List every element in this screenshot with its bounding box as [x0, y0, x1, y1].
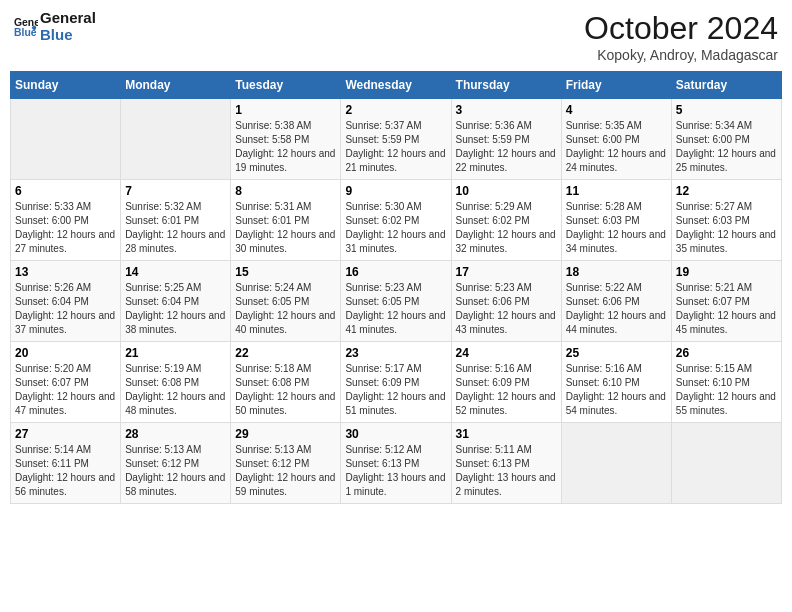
calendar-cell: 27Sunrise: 5:14 AMSunset: 6:11 PMDayligh… [11, 423, 121, 504]
location-subtitle: Kopoky, Androy, Madagascar [584, 47, 778, 63]
day-info: Sunrise: 5:32 AMSunset: 6:01 PMDaylight:… [125, 200, 226, 256]
calendar-cell [561, 423, 671, 504]
day-number: 10 [456, 184, 557, 198]
calendar-cell: 3Sunrise: 5:36 AMSunset: 5:59 PMDaylight… [451, 99, 561, 180]
day-number: 19 [676, 265, 777, 279]
calendar-cell: 4Sunrise: 5:35 AMSunset: 6:00 PMDaylight… [561, 99, 671, 180]
calendar-cell: 28Sunrise: 5:13 AMSunset: 6:12 PMDayligh… [121, 423, 231, 504]
calendar-cell: 13Sunrise: 5:26 AMSunset: 6:04 PMDayligh… [11, 261, 121, 342]
calendar-cell: 23Sunrise: 5:17 AMSunset: 6:09 PMDayligh… [341, 342, 451, 423]
week-row-4: 20Sunrise: 5:20 AMSunset: 6:07 PMDayligh… [11, 342, 782, 423]
calendar-cell: 30Sunrise: 5:12 AMSunset: 6:13 PMDayligh… [341, 423, 451, 504]
day-info: Sunrise: 5:19 AMSunset: 6:08 PMDaylight:… [125, 362, 226, 418]
calendar-cell: 6Sunrise: 5:33 AMSunset: 6:00 PMDaylight… [11, 180, 121, 261]
logo-icon: General Blue [14, 15, 38, 39]
day-number: 12 [676, 184, 777, 198]
page-header: General Blue General Blue October 2024 K… [10, 10, 782, 63]
day-info: Sunrise: 5:14 AMSunset: 6:11 PMDaylight:… [15, 443, 116, 499]
day-info: Sunrise: 5:25 AMSunset: 6:04 PMDaylight:… [125, 281, 226, 337]
month-title: October 2024 [584, 10, 778, 47]
week-row-1: 1Sunrise: 5:38 AMSunset: 5:58 PMDaylight… [11, 99, 782, 180]
calendar-cell: 15Sunrise: 5:24 AMSunset: 6:05 PMDayligh… [231, 261, 341, 342]
day-number: 23 [345, 346, 446, 360]
day-number: 30 [345, 427, 446, 441]
day-number: 3 [456, 103, 557, 117]
calendar-cell: 20Sunrise: 5:20 AMSunset: 6:07 PMDayligh… [11, 342, 121, 423]
calendar-cell: 29Sunrise: 5:13 AMSunset: 6:12 PMDayligh… [231, 423, 341, 504]
calendar-cell: 1Sunrise: 5:38 AMSunset: 5:58 PMDaylight… [231, 99, 341, 180]
day-info: Sunrise: 5:18 AMSunset: 6:08 PMDaylight:… [235, 362, 336, 418]
day-info: Sunrise: 5:26 AMSunset: 6:04 PMDaylight:… [15, 281, 116, 337]
day-info: Sunrise: 5:35 AMSunset: 6:00 PMDaylight:… [566, 119, 667, 175]
calendar-cell: 18Sunrise: 5:22 AMSunset: 6:06 PMDayligh… [561, 261, 671, 342]
day-number: 21 [125, 346, 226, 360]
day-info: Sunrise: 5:16 AMSunset: 6:09 PMDaylight:… [456, 362, 557, 418]
day-info: Sunrise: 5:34 AMSunset: 6:00 PMDaylight:… [676, 119, 777, 175]
day-info: Sunrise: 5:28 AMSunset: 6:03 PMDaylight:… [566, 200, 667, 256]
day-info: Sunrise: 5:16 AMSunset: 6:10 PMDaylight:… [566, 362, 667, 418]
calendar-table: SundayMondayTuesdayWednesdayThursdayFrid… [10, 71, 782, 504]
day-number: 11 [566, 184, 667, 198]
logo: General Blue General Blue [14, 10, 96, 43]
weekday-header-saturday: Saturday [671, 72, 781, 99]
calendar-cell: 24Sunrise: 5:16 AMSunset: 6:09 PMDayligh… [451, 342, 561, 423]
day-number: 31 [456, 427, 557, 441]
calendar-cell: 5Sunrise: 5:34 AMSunset: 6:00 PMDaylight… [671, 99, 781, 180]
weekday-header-thursday: Thursday [451, 72, 561, 99]
day-number: 5 [676, 103, 777, 117]
day-info: Sunrise: 5:24 AMSunset: 6:05 PMDaylight:… [235, 281, 336, 337]
calendar-cell: 21Sunrise: 5:19 AMSunset: 6:08 PMDayligh… [121, 342, 231, 423]
day-info: Sunrise: 5:23 AMSunset: 6:06 PMDaylight:… [456, 281, 557, 337]
day-number: 29 [235, 427, 336, 441]
logo-general: General [40, 10, 96, 27]
day-info: Sunrise: 5:13 AMSunset: 6:12 PMDaylight:… [125, 443, 226, 499]
day-info: Sunrise: 5:29 AMSunset: 6:02 PMDaylight:… [456, 200, 557, 256]
day-info: Sunrise: 5:13 AMSunset: 6:12 PMDaylight:… [235, 443, 336, 499]
calendar-cell: 26Sunrise: 5:15 AMSunset: 6:10 PMDayligh… [671, 342, 781, 423]
day-info: Sunrise: 5:12 AMSunset: 6:13 PMDaylight:… [345, 443, 446, 499]
day-info: Sunrise: 5:36 AMSunset: 5:59 PMDaylight:… [456, 119, 557, 175]
day-info: Sunrise: 5:17 AMSunset: 6:09 PMDaylight:… [345, 362, 446, 418]
day-info: Sunrise: 5:37 AMSunset: 5:59 PMDaylight:… [345, 119, 446, 175]
day-number: 26 [676, 346, 777, 360]
calendar-cell: 22Sunrise: 5:18 AMSunset: 6:08 PMDayligh… [231, 342, 341, 423]
calendar-cell [11, 99, 121, 180]
day-number: 1 [235, 103, 336, 117]
calendar-cell: 17Sunrise: 5:23 AMSunset: 6:06 PMDayligh… [451, 261, 561, 342]
calendar-cell: 19Sunrise: 5:21 AMSunset: 6:07 PMDayligh… [671, 261, 781, 342]
day-info: Sunrise: 5:20 AMSunset: 6:07 PMDaylight:… [15, 362, 116, 418]
day-number: 13 [15, 265, 116, 279]
week-row-2: 6Sunrise: 5:33 AMSunset: 6:00 PMDaylight… [11, 180, 782, 261]
calendar-cell: 10Sunrise: 5:29 AMSunset: 6:02 PMDayligh… [451, 180, 561, 261]
calendar-cell: 31Sunrise: 5:11 AMSunset: 6:13 PMDayligh… [451, 423, 561, 504]
day-number: 15 [235, 265, 336, 279]
day-number: 8 [235, 184, 336, 198]
day-number: 24 [456, 346, 557, 360]
day-number: 7 [125, 184, 226, 198]
day-number: 18 [566, 265, 667, 279]
calendar-cell: 16Sunrise: 5:23 AMSunset: 6:05 PMDayligh… [341, 261, 451, 342]
calendar-cell: 7Sunrise: 5:32 AMSunset: 6:01 PMDaylight… [121, 180, 231, 261]
logo-blue: Blue [40, 27, 96, 44]
weekday-header-friday: Friday [561, 72, 671, 99]
day-number: 2 [345, 103, 446, 117]
day-info: Sunrise: 5:33 AMSunset: 6:00 PMDaylight:… [15, 200, 116, 256]
day-info: Sunrise: 5:11 AMSunset: 6:13 PMDaylight:… [456, 443, 557, 499]
calendar-cell: 9Sunrise: 5:30 AMSunset: 6:02 PMDaylight… [341, 180, 451, 261]
weekday-header-monday: Monday [121, 72, 231, 99]
day-number: 4 [566, 103, 667, 117]
day-info: Sunrise: 5:23 AMSunset: 6:05 PMDaylight:… [345, 281, 446, 337]
day-info: Sunrise: 5:27 AMSunset: 6:03 PMDaylight:… [676, 200, 777, 256]
weekday-header-tuesday: Tuesday [231, 72, 341, 99]
day-number: 16 [345, 265, 446, 279]
weekday-header-wednesday: Wednesday [341, 72, 451, 99]
calendar-cell [121, 99, 231, 180]
calendar-cell: 25Sunrise: 5:16 AMSunset: 6:10 PMDayligh… [561, 342, 671, 423]
day-info: Sunrise: 5:38 AMSunset: 5:58 PMDaylight:… [235, 119, 336, 175]
weekday-header-row: SundayMondayTuesdayWednesdayThursdayFrid… [11, 72, 782, 99]
weekday-header-sunday: Sunday [11, 72, 121, 99]
day-info: Sunrise: 5:31 AMSunset: 6:01 PMDaylight:… [235, 200, 336, 256]
day-number: 28 [125, 427, 226, 441]
calendar-cell: 11Sunrise: 5:28 AMSunset: 6:03 PMDayligh… [561, 180, 671, 261]
calendar-cell: 8Sunrise: 5:31 AMSunset: 6:01 PMDaylight… [231, 180, 341, 261]
